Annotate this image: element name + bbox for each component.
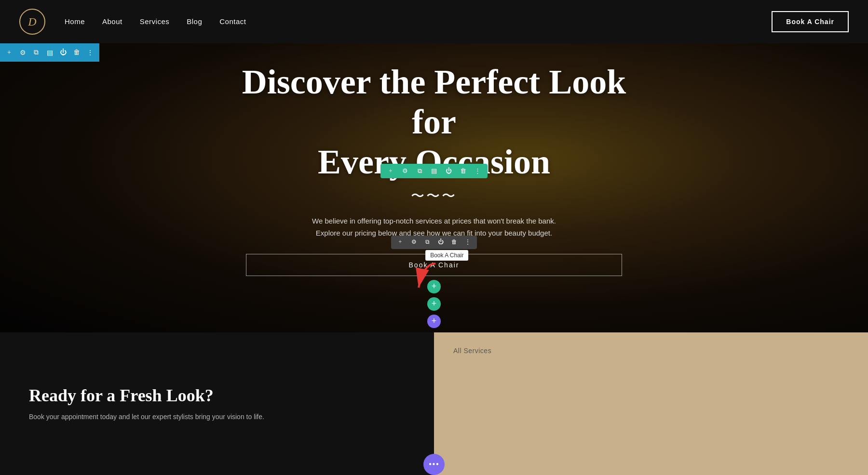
hero-section: + ⚙ ⧉ ▤ ⏻ 🗑 ⋮ Discover the Perfect Look … — [0, 43, 868, 332]
nav-item-home[interactable]: Home — [65, 17, 85, 26]
add-section-btn-2[interactable]: + — [427, 297, 441, 311]
navbar: D Home About Services Blog Contact Book … — [0, 0, 868, 43]
float-toolbar-power-icon[interactable]: ⏻ — [444, 167, 453, 175]
toolbar-delete-icon[interactable]: 🗑 — [72, 48, 81, 57]
toolbar-grid-icon[interactable]: ▤ — [45, 48, 54, 57]
add-section-btn-3[interactable]: + — [427, 315, 441, 328]
nav-item-contact[interactable]: Contact — [219, 17, 246, 26]
book-a-chair-button[interactable]: Book A Chair — [772, 11, 849, 32]
hero-button-area: + ⚙ ⧉ ⏻ 🗑 ⋮ Book A Chair — [241, 254, 627, 328]
arrow-indicator — [409, 261, 448, 297]
nav-item-services[interactable]: Services — [140, 17, 170, 26]
float-toolbar-delete-icon[interactable]: 🗑 — [459, 167, 467, 175]
nav-menu: Home About Services Blog Contact — [65, 17, 772, 26]
bottom-heading: Ready for a Fresh Look? — [29, 385, 405, 406]
book-button-tooltip: Book A Chair — [425, 250, 468, 261]
hero-squiggle: 〜〜〜 — [241, 187, 627, 205]
logo[interactable]: D — [19, 9, 45, 35]
top-toolbar: + ⚙ ⧉ ▤ ⏻ 🗑 ⋮ — [0, 43, 99, 62]
float-toolbar-copy-icon[interactable]: ⧉ — [415, 167, 424, 175]
toolbar-copy-icon[interactable]: ⧉ — [32, 48, 41, 57]
toolbar-add-icon[interactable]: + — [5, 48, 14, 57]
float-toolbar-more-icon[interactable]: ⋮ — [473, 167, 482, 175]
float-toolbar-settings-icon[interactable]: ⚙ — [401, 167, 409, 175]
toolbar-settings-icon[interactable]: ⚙ — [18, 48, 27, 57]
toolbar-more-icon[interactable]: ⋮ — [86, 48, 95, 57]
bottom-left-panel: Ready for a Fresh Look? Book your appoin… — [0, 332, 434, 475]
bottom-right-panel: All Services — [434, 332, 868, 475]
floating-section-toolbar: + ⚙ ⧉ ▤ ⏻ 🗑 ⋮ — [380, 164, 488, 178]
btn-toolbar-copy-icon[interactable]: ⧉ — [423, 238, 432, 247]
all-services-label[interactable]: All Services — [453, 347, 491, 355]
btn-toolbar-add-icon[interactable]: + — [396, 238, 405, 247]
float-toolbar-add-icon[interactable]: + — [386, 167, 395, 175]
nav-item-blog[interactable]: Blog — [187, 17, 202, 26]
button-section-toolbar: + ⚙ ⧉ ⏻ 🗑 ⋮ — [391, 236, 477, 249]
btn-toolbar-settings-icon[interactable]: ⚙ — [409, 238, 418, 247]
logo-circle: D — [19, 9, 45, 35]
bottom-purple-dot[interactable]: ••• — [423, 454, 445, 475]
purple-dot-icon: ••• — [429, 460, 439, 470]
btn-toolbar-more-icon[interactable]: ⋮ — [463, 238, 472, 247]
bottom-text: Book your appointment today and let our … — [29, 411, 405, 422]
btn-toolbar-delete-icon[interactable]: 🗑 — [450, 238, 459, 247]
hero-content: Discover the Perfect Look for Every Occa… — [241, 48, 627, 328]
float-toolbar-grid-icon[interactable]: ▤ — [430, 167, 438, 175]
nav-item-about[interactable]: About — [102, 17, 122, 26]
btn-toolbar-power-icon[interactable]: ⏻ — [436, 238, 445, 247]
toolbar-power-icon[interactable]: ⏻ — [59, 48, 68, 57]
navbar-cta: Book A Chair — [772, 11, 849, 32]
logo-letter: D — [28, 15, 36, 28]
